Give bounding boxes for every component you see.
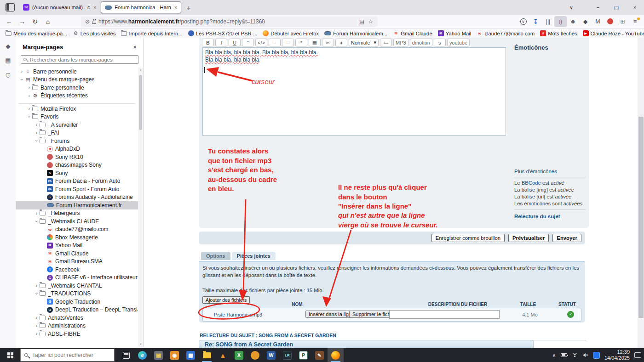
ublock-icon[interactable]: ◆ <box>579 16 592 27</box>
url-button[interactable]: ∞ <box>322 39 334 46</box>
minimize-button[interactable]: − <box>589 5 607 10</box>
italic-button[interactable]: I <box>215 39 227 46</box>
bookmark-tree-row[interactable]: › Mozilla Firefox <box>16 105 138 113</box>
taskbar-clock[interactable]: 12:39 14/04/2025 <box>604 349 630 361</box>
pocket-icon[interactable]: ∨ <box>517 16 529 27</box>
message-textarea[interactable]: Bla bla bla, bla bla bla, Bla bla bla, b… <box>202 47 506 136</box>
scrollbar-thumb[interactable] <box>638 117 644 318</box>
quote-button[interactable]: “ <box>242 39 254 46</box>
bookmark-tree-row[interactable]: › Barre personnelle <box>16 84 138 92</box>
ordered-list-button[interactable]: ≣ <box>282 39 294 46</box>
bookmark-tree-row[interactable]: › _Forums <box>16 137 138 145</box>
bookmark-item[interactable]: ✉ Yahoo Mail <box>438 30 472 36</box>
sidebar-tool-history-icon[interactable]: ◷ <box>6 71 11 78</box>
bookmark-tree-row[interactable]: α AlphaDxD <box>16 145 138 153</box>
bookmark-tree-row[interactable]: › ADSL-FIBRE <box>16 330 138 338</box>
chevron-icon[interactable]: › <box>34 331 40 336</box>
file-comment-textarea[interactable] <box>389 310 500 319</box>
chevron-icon[interactable]: › <box>26 106 32 111</box>
scrollbar-thumb[interactable] <box>139 75 142 130</box>
chevron-icon[interactable]: › <box>34 323 40 328</box>
downloads-icon[interactable]: ↧ <box>529 16 542 27</box>
chevron-icon[interactable]: › <box>34 130 40 136</box>
sidebar-toggle-icon[interactable]: ▯ <box>554 16 567 27</box>
reader-mode-icon[interactable]: ▤ <box>359 18 364 25</box>
bookmarks-search-input[interactable] <box>29 57 126 63</box>
sidebar-tool-pages-icon[interactable]: ▤ <box>5 57 11 64</box>
bookmark-tree-row[interactable]: › ▤ Menu des marque-pages <box>16 76 138 84</box>
app-photos[interactable]: ◉ <box>167 348 183 362</box>
bookmark-item[interactable]: Menu des marque-pa... <box>6 31 67 36</box>
tab-forum-active[interactable]: Forum harmonica - Harmonical × <box>101 1 181 13</box>
bookmark-tree-row[interactable]: › _Webmails CLAUDE <box>16 217 138 226</box>
bookmark-tree-row[interactable]: › _A surveiller <box>16 121 138 129</box>
bbcode-link[interactable]: BBCode <box>522 180 541 186</box>
sidebar-scrollbar[interactable]: ∧ ∨ <box>138 68 143 347</box>
back-button[interactable]: ← <box>3 18 16 25</box>
extension-red-icon[interactable] <box>604 16 616 27</box>
bookmark-item[interactable]: M Gmail Claude <box>393 30 432 36</box>
bookmark-item[interactable]: Importé depuis Intern... <box>121 31 182 36</box>
bookmark-tree-row[interactable]: › Achats/Ventes <box>16 314 138 322</box>
app-paint[interactable]: ✎ <box>311 348 328 362</box>
bookmark-item[interactable]: # Mots fléchés <box>540 30 577 36</box>
bookmark-tree-row[interactable]: D DeepL Traduction – DeepL Translate : l… <box>16 306 138 314</box>
tracking-blocked-icon[interactable]: ⊘ <box>85 18 90 25</box>
bold-button[interactable]: B <box>202 39 214 46</box>
frame-button[interactable]: ▭ <box>380 39 392 46</box>
app-edge[interactable]: e <box>134 348 150 362</box>
close-window-button[interactable]: × <box>626 5 644 10</box>
chevron-icon[interactable]: › <box>26 85 32 90</box>
page-scrollbar[interactable] <box>638 38 644 348</box>
new-tab-button[interactable]: + <box>182 4 196 11</box>
extensions-icon[interactable]: ⊞ <box>616 16 629 27</box>
code-button[interactable]: </> <box>255 39 267 46</box>
tray-chevron-icon[interactable]: ∧ <box>552 352 556 358</box>
image-button[interactable]: ▦ <box>309 39 321 46</box>
close-tab-icon[interactable]: × <box>173 5 178 10</box>
bookmark-tree-row[interactable]: › ⚙ Étiquettes récentes <box>16 92 138 100</box>
close-tab-icon[interactable]: × <box>92 5 97 10</box>
extension-m-icon[interactable]: M <box>592 16 604 27</box>
app-firefox[interactable] <box>328 348 344 362</box>
bookmark-tree-row[interactable]: S Sony <box>16 169 138 177</box>
bookmark-star-icon[interactable]: ☆ <box>368 18 373 25</box>
app-xnview[interactable]: X <box>231 348 247 362</box>
bookmark-tree-row[interactable]: Forum Harmonicalement.fr <box>16 201 138 209</box>
menu-icon[interactable]: ≡ <box>629 16 641 27</box>
bookmark-tree-row[interactable]: › Favoris <box>16 113 138 121</box>
app-word[interactable]: W <box>263 348 279 362</box>
app-media[interactable]: ▤ <box>150 348 167 362</box>
start-button[interactable] <box>0 348 20 362</box>
app-explorer[interactable] <box>199 348 215 362</box>
chevron-icon[interactable]: › <box>34 211 40 216</box>
bookmark-tree-row[interactable]: ∞ claude77@mailo.com <box>16 226 138 234</box>
bookmark-tree-row[interactable]: C CLIBASE v6 - Interface utilisateur <box>16 274 138 282</box>
chevron-icon[interactable]: › <box>34 138 39 144</box>
chevron-icon[interactable]: › <box>27 114 32 120</box>
bookmark-item[interactable]: Débuter avec Firefox <box>263 30 319 36</box>
save-draft-button[interactable]: Enregistrer comme brouillon <box>431 234 505 242</box>
sidebar-tool-bookmarks-icon[interactable]: ◆ <box>6 43 11 50</box>
bookmark-tree-row[interactable]: › _Hébergeurs <box>16 209 138 218</box>
chevron-icon[interactable]: › <box>34 283 40 288</box>
attachment-file-link[interactable]: Piste Harmonica.mp3 <box>214 312 262 317</box>
bookmark-item[interactable]: ▶ Claude Rozé - YouTube <box>583 30 644 36</box>
tab-attachments[interactable]: Pièces jointes <box>232 252 276 260</box>
chevron-icon[interactable]: › <box>34 291 39 297</box>
firefox-view-icon[interactable] <box>6 3 15 11</box>
submit-button[interactable]: Envoyer <box>552 234 581 242</box>
bookmark-tree-row[interactable]: ✉ Yahoo Mail <box>16 242 138 250</box>
list-button[interactable]: ≡ <box>269 39 281 46</box>
bookmark-tree-row[interactable]: › _FAI <box>16 129 138 137</box>
bookmark-tree-row[interactable]: Sony RX10 <box>16 153 138 161</box>
bookmark-item[interactable]: ⚙ Les plus visités <box>73 30 116 36</box>
bookmarks-search[interactable] <box>21 55 138 64</box>
bookmark-tree-row[interactable]: Bbox Messagerie <box>16 233 138 242</box>
font-size-select[interactable]: Normale ▾ <box>349 39 379 46</box>
tab-options[interactable]: Options <box>201 252 230 260</box>
chevron-icon[interactable]: › <box>19 69 25 74</box>
bookmark-tree-row[interactable]: › ☆ Barre personnelle <box>16 68 138 76</box>
bookmark-tree-row[interactable]: FA Forum Sport - Forum Auto <box>16 185 138 193</box>
bookmark-tree-row[interactable]: ~ Forums Audacity - Audiofanzine <box>16 193 138 202</box>
